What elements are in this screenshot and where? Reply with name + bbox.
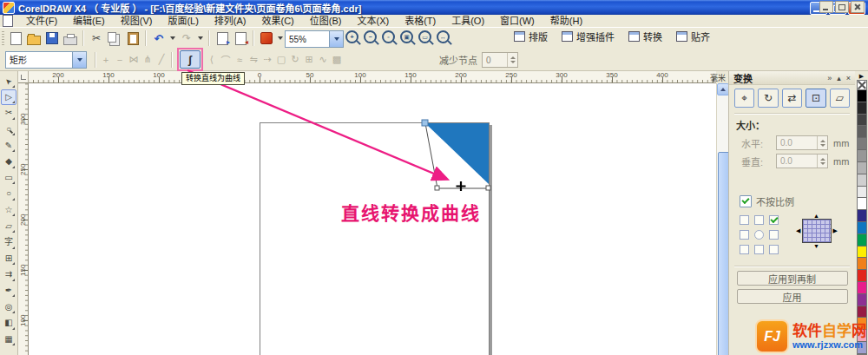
launcher-dropdown-icon[interactable] [278,36,283,40]
color-swatch[interactable] [858,306,866,319]
anchor-checkbox-checked[interactable] [769,215,779,225]
transform-mode-button[interactable]: ▱ [830,89,850,108]
scroll-up-button[interactable] [717,83,729,95]
toolbox-tool[interactable]: ▷ [1,89,16,106]
zoom-level-combo[interactable]: 55% [285,30,344,48]
docked-toolbar-button[interactable]: 转换 [628,30,662,43]
transform-mode-button[interactable]: ⌖ [734,89,754,108]
color-swatch[interactable] [858,258,866,270]
anchor-checkbox[interactable] [740,230,749,240]
anchor-checkbox[interactable] [769,230,779,240]
node-tool-icon[interactable]: ≈ [233,52,247,67]
menu-item[interactable]: 表格(T) [397,15,444,27]
color-swatch[interactable] [858,162,866,174]
print-icon[interactable] [62,30,79,47]
convert-line-to-curve-button[interactable]: ʃ [180,50,201,69]
color-swatch[interactable] [858,234,866,247]
toolbox-tool[interactable]: ◧ [1,315,16,332]
menu-item[interactable]: 位图(B) [302,15,350,27]
combo-dropdown-icon[interactable] [329,31,343,47]
combo-dropdown-icon[interactable] [72,52,86,68]
docked-toolbar-button[interactable]: 贴齐 [676,30,710,43]
color-swatch[interactable] [858,210,866,222]
toolbox-tool[interactable]: ▦ [1,332,16,348]
transform-mode-button[interactable]: ↻ [758,89,778,108]
toolbox-tool[interactable]: ✒ [1,283,16,299]
docker-shade-icon[interactable]: ▴ [837,74,841,82]
magnifier-icon[interactable]: ▭ [418,30,431,43]
vertical-ruler[interactable]: 300250200150100 [18,83,29,355]
color-swatch[interactable] [858,270,866,282]
color-swatch[interactable] [858,247,866,259]
menu-item[interactable]: 帮助(H) [542,15,590,27]
menu-item[interactable]: 文件(F) [18,15,65,27]
docker-close-icon[interactable]: × [846,74,851,82]
shape-preset-combo[interactable]: 矩形 [5,51,87,69]
drawing-canvas[interactable]: 直线转换成曲线 [29,83,716,355]
toolbox-tool[interactable]: ➤ [1,73,16,89]
anchor-center[interactable] [754,230,764,240]
paste-icon[interactable] [124,30,141,47]
save-icon[interactable] [43,30,61,47]
anchor-checkbox[interactable] [754,215,764,225]
node-tool-icon[interactable]: ⇢ [260,52,274,67]
redo-dropdown-icon[interactable] [198,36,203,40]
doc-close-button[interactable] [851,1,865,13]
curve-node[interactable] [435,186,439,190]
reduce-nodes-stepper[interactable]: 0 [482,52,518,68]
color-swatch[interactable] [858,174,866,187]
toolbox-tool[interactable]: ☆ [1,202,16,219]
toolbox-tool[interactable]: ✎ [1,137,16,154]
menu-item[interactable]: 排列(A) [207,15,254,27]
transform-mode-button[interactable]: ⊡ [806,89,825,108]
menu-item[interactable]: 编辑(E) [65,15,113,27]
node-tool-icon[interactable]: ▢ [274,52,288,67]
doc-restore-button[interactable] [835,1,849,13]
docked-toolbar-button[interactable]: 增强插件 [562,30,615,43]
export-icon[interactable]: ◂ [232,30,249,47]
apply-button[interactable]: 应用 [737,289,848,304]
toolbox-tool[interactable]: ○ [1,186,16,202]
docked-toolbar-button[interactable]: 排版 [514,30,548,43]
curve-node-selected[interactable] [422,120,428,126]
magnifier-icon[interactable]: ▫ [382,30,395,43]
copy-icon[interactable] [106,30,123,47]
app-launcher-icon[interactable] [258,30,275,47]
undo-icon[interactable]: ↶ [150,30,168,47]
color-swatch[interactable] [858,126,866,138]
toolbox-tool[interactable]: ▱ [1,218,16,234]
toolbox-tool[interactable]: ✂ [1,105,16,122]
apply-to-duplicate-button[interactable]: 应用到再制 [737,271,848,286]
toolbox-tool[interactable]: ○ [1,122,16,138]
color-swatch[interactable] [858,115,866,127]
menu-item[interactable]: 视图(V) [113,15,161,27]
node-tool-icon[interactable]: ↻ [288,52,302,67]
color-swatch[interactable] [858,222,866,234]
node-tool-icon[interactable]: ⇋ [247,52,260,67]
vertical-scrollbar[interactable] [716,83,729,355]
magnifier-icon[interactable]: + [345,30,358,43]
menu-item[interactable]: 版面(L) [160,15,206,27]
docker-collapse-icon[interactable]: » [827,74,832,82]
node-tool-icon[interactable]: ⌒ [219,52,233,67]
menu-item[interactable]: 文本(X) [349,15,397,27]
ruler-origin[interactable] [18,71,29,83]
magnifier-icon[interactable]: ▣ [400,30,413,43]
anchor-checkbox[interactable] [740,215,749,225]
import-icon[interactable]: ▸ [214,30,231,47]
doc-minimize-button[interactable] [819,1,833,13]
horizontal-input[interactable]: 0.0 [776,135,828,150]
toolbox-tool[interactable]: ▭ [1,170,16,187]
color-swatch[interactable] [858,102,866,115]
toolbox-tool[interactable]: ⇉ [1,266,16,283]
menu-item[interactable]: 效果(C) [254,15,302,27]
toolbox-tool[interactable]: ◎ [1,299,16,315]
magnifier-icon[interactable]: ↔ [437,30,450,43]
menu-item[interactable]: 窗口(W) [492,15,542,27]
node-tool-icon[interactable]: ⋔ [141,52,155,67]
curve-node[interactable] [486,186,490,190]
color-swatch[interactable] [858,282,866,294]
magnifier-icon[interactable]: − [364,30,377,43]
toolbar-grip[interactable] [2,31,4,46]
anchor-checkbox[interactable] [769,245,779,254]
